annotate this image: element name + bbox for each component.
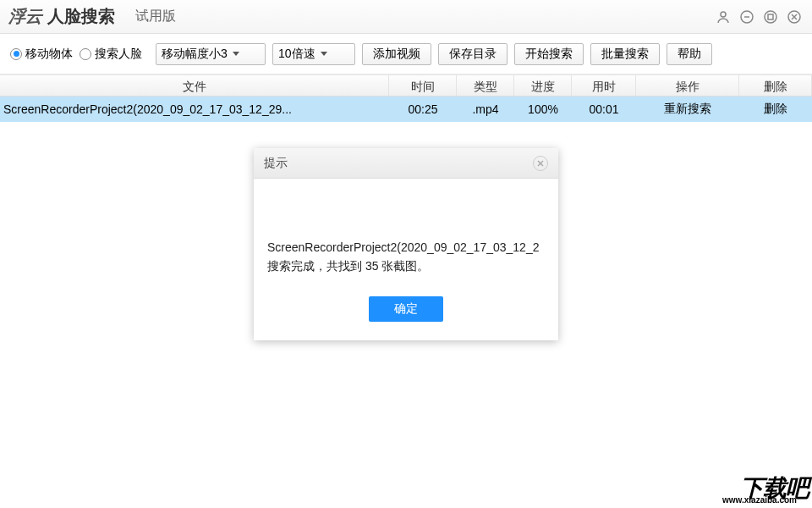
- watermark: 下载吧 www.xiazaiba.com: [740, 472, 809, 505]
- dialog-line2: 搜索完成，共找到 35 张截图。: [267, 257, 545, 275]
- dialog-close-button[interactable]: [533, 156, 548, 171]
- dialog-header: 提示: [254, 148, 558, 179]
- dialog-title: 提示: [264, 156, 288, 171]
- dialog-line1: ScreenRecorderProject2(2020_09_02_17_03_…: [267, 238, 545, 257]
- watermark-url: www.xiazaiba.com: [722, 495, 797, 505]
- dialog-overlay: 提示 ScreenRecorderProject2(2020_09_02_17_…: [0, 0, 812, 508]
- dialog-ok-button[interactable]: 确定: [369, 296, 443, 322]
- dialog-body: ScreenRecorderProject2(2020_09_02_17_03_…: [254, 179, 558, 293]
- dialog-footer: 确定: [254, 293, 558, 340]
- dialog: 提示 ScreenRecorderProject2(2020_09_02_17_…: [254, 148, 558, 340]
